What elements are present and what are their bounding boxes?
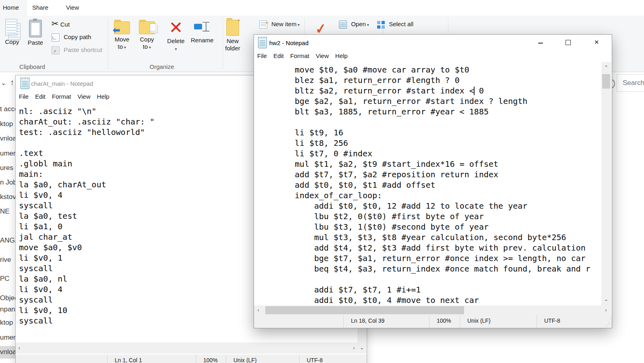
notepad-icon (21, 79, 29, 89)
open-button[interactable]: Open (339, 20, 369, 29)
sparkle-icon: ✦ (237, 18, 241, 23)
clipboard-group-label: Clipboard (8, 63, 56, 70)
scroll-down-icon[interactable]: ⌄ (601, 296, 611, 302)
copy-path-label: Copy path (64, 33, 91, 40)
sidebar-item[interactable]: ktop (0, 119, 13, 129)
sidebar-item[interactable]: vnloa (0, 347, 17, 357)
scroll-left-icon[interactable]: ‹ (18, 345, 20, 351)
ribbon-separator (108, 18, 108, 69)
sidebar-item[interactable]: n Job (0, 178, 17, 187)
rename-button[interactable]: ⌶ Rename (191, 18, 213, 44)
paste-shortcut-button[interactable]: Paste shortcut (52, 46, 102, 54)
code-line (256, 117, 601, 127)
new-folder-label: New (227, 37, 239, 44)
tab-share[interactable]: Share (25, 0, 56, 15)
new-folder-button[interactable]: ✦ New folder (222, 18, 243, 52)
hw2-window-title: hw2 - Notepad (269, 35, 309, 51)
cut-button[interactable]: ✂ Cut (52, 19, 70, 28)
status-encoding: UTF-8 (299, 355, 374, 363)
hw2-vertical-scrollbar[interactable]: ⌃ ⌄ (601, 62, 611, 305)
chevron-down-icon[interactable]: ⌄ (1, 79, 6, 87)
sidebar-item[interactable]: PC (0, 274, 10, 284)
charat-horizontal-scrollbar[interactable]: ‹ › (16, 342, 357, 354)
scroll-down-icon[interactable]: ⌄ (357, 344, 366, 351)
code-line: lbu $t3, 1($t0) #second byte of year (256, 222, 601, 232)
resize-grip[interactable]: ⋰ (606, 322, 610, 327)
hw2-horizontal-scrollbar[interactable]: ‹ › (254, 305, 611, 315)
new-item-button[interactable]: ✦ New item (259, 20, 300, 29)
menu-format[interactable]: Format (49, 92, 74, 101)
sidebar-item[interactable]: NE (0, 207, 10, 216)
tab-home[interactable]: Home (0, 0, 27, 16)
menu-help[interactable]: Help (332, 51, 351, 60)
sidebar-item[interactable]: ktop (0, 318, 13, 328)
copy-path-button[interactable]: Copy path (52, 33, 91, 41)
arrow-left-icon: ⬅ (113, 25, 120, 35)
new-folder-icon: ✦ (226, 20, 239, 36)
scroll-left-icon[interactable]: ‹ (257, 307, 259, 313)
menu-file[interactable]: File (254, 51, 270, 60)
code-line: addi $t0, $t0, 4 #move to next car (256, 295, 601, 305)
code-line: addi $t7, $t7, 1 #i+=1 (256, 284, 601, 295)
sidebar-item[interactable]: umer (0, 149, 16, 158)
hw2-text-area[interactable]: move $t0, $a0 #move car array to $t0 ble… (254, 62, 601, 308)
hw2-notepad-window[interactable]: hw2 - Notepad FileEditFormatViewHelp mov… (254, 34, 612, 328)
copy-icon (5, 19, 19, 37)
maximize-button[interactable] (559, 35, 578, 51)
select-all-button[interactable]: Select all (377, 20, 413, 29)
menu-help[interactable]: Help (94, 92, 113, 101)
menu-view[interactable]: View (74, 92, 94, 101)
organize-group-label: Organize (138, 63, 186, 70)
delete-button[interactable]: ✕ Delete (164, 18, 188, 53)
cut-icon: ✂ (52, 19, 59, 28)
status-cursor-position: Ln 1, Col 1 (107, 355, 203, 363)
sidebar-item[interactable]: ures (0, 163, 13, 173)
sidebar-item[interactable]: umer (0, 333, 16, 342)
copy-to-label2: to (143, 43, 151, 50)
code-line: lbu $t2, 0($t0) #first byte of year (256, 211, 601, 222)
menu-view[interactable]: View (313, 51, 332, 60)
code-line: mul $t1, $a2, $t9 #start_index*16 = offs… (256, 159, 601, 169)
paste-button[interactable]: Paste (25, 18, 46, 46)
close-button[interactable] (588, 35, 607, 51)
menu-format[interactable]: Format (287, 51, 313, 60)
scroll-right-icon[interactable]: › (605, 307, 607, 313)
menu-file[interactable]: File (16, 92, 32, 101)
copy-to-button[interactable]: Copy to (137, 18, 157, 51)
minimize-button[interactable] (532, 35, 550, 51)
menu-edit[interactable]: Edit (270, 51, 287, 60)
code-line: blez $a1, return_error #length ? 0 (256, 75, 601, 85)
new-item-icon: ✦ (259, 21, 267, 29)
code-line: index_of_car_loop: (256, 190, 601, 201)
code-line: li $t7, 0 #index (256, 148, 601, 159)
vertical-scroll-thumb[interactable] (602, 74, 610, 89)
copy-to-icon (139, 21, 155, 34)
hw2-menu-bar: FileEditFormatViewHelp (254, 51, 612, 62)
search-input[interactable]: Search (617, 74, 644, 92)
charat-status-bar: Ln 1, Col 1 100% Unix (LF) UTF-8 (16, 355, 367, 363)
copy-button[interactable]: Copy (2, 18, 22, 46)
sidebar-item[interactable]: rive (0, 255, 11, 265)
paste-shortcut-icon (52, 46, 60, 54)
code-line: li $t9, 16 (256, 127, 601, 138)
sidebar-item[interactable]: vnloa (0, 134, 17, 143)
move-to-label2: to (118, 43, 126, 50)
hw2-status-bar: Ln 18, Col 39 100% Unix (LF) UTF-8 ⋰ (254, 315, 612, 328)
move-to-label: Move (115, 36, 130, 43)
scroll-right-icon[interactable]: › (353, 345, 355, 351)
status-cursor-position: Ln 18, Col 39 (343, 315, 437, 328)
move-to-button[interactable]: ⬅ Move to (112, 18, 132, 51)
hw2-title-bar[interactable]: hw2 - Notepad (254, 35, 612, 51)
scroll-up-icon[interactable]: ⌃ (601, 64, 611, 71)
horizontal-scroll-thumb[interactable] (265, 306, 464, 314)
code-line: mul $t3, $t3, $t8 #year calculation, sec… (256, 232, 601, 243)
up-arrow-icon[interactable]: ↑ (10, 78, 14, 87)
sidebar-item[interactable]: kstov (0, 192, 16, 202)
tab-view[interactable]: View (59, 0, 86, 15)
new-folder-label2: folder (225, 45, 240, 52)
code-line: li $t8, 256 (256, 138, 601, 148)
code-line: addi $t0, $t0, 12 #add 12 to locate the … (256, 201, 601, 211)
code-line: add $t0, $t0, $t1 #add offset (256, 180, 601, 190)
menu-edit[interactable]: Edit (32, 92, 49, 101)
code-line: bge $a2, $a1, return_error #start index … (256, 96, 601, 106)
